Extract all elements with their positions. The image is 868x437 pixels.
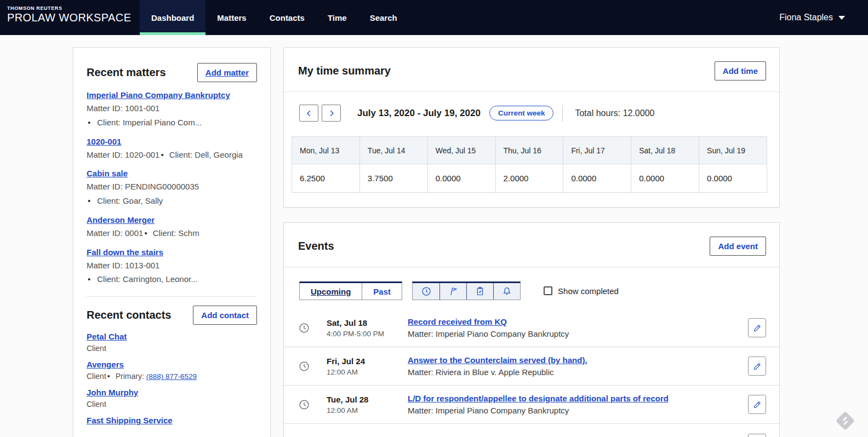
events-tab-group: Upcoming Past <box>299 281 402 300</box>
event-matter: Matter: Imperial Piano Company Bankruptc… <box>408 406 735 415</box>
chevron-left-icon <box>305 110 313 117</box>
event-details: L/D for respondent/appellee to designate… <box>408 394 735 415</box>
nav-tab-contacts[interactable]: Contacts <box>258 0 316 35</box>
show-completed-label: Show completed <box>558 286 619 296</box>
contact-meta: Client <box>87 344 257 353</box>
matter-name-link[interactable]: Imperial Piano Company Bankruptcy <box>87 90 230 100</box>
top-navigation: THOMSON REUTERS PROLAW WORKSPACE Dashboa… <box>0 0 868 35</box>
show-completed-checkbox[interactable] <box>544 286 552 295</box>
tab-upcoming[interactable]: Upcoming <box>300 283 362 300</box>
filter-tasks-button[interactable] <box>466 283 493 300</box>
clock-icon <box>298 360 310 372</box>
event-title-link[interactable]: Answer to the Counterclaim served (by ha… <box>408 355 587 365</box>
recent-matters-title: Recent matters <box>87 66 166 79</box>
total-hours: Total hours: 12.0000 <box>575 108 654 118</box>
time-summary-card: My time summary Add time July 13, 2020 -… <box>283 47 780 208</box>
contact-list-item: John Murphy Client <box>87 388 257 409</box>
events-list: Sat, Jul 18 4:00 PM-5:00 PM Record recei… <box>284 309 779 437</box>
add-event-button[interactable]: Add event <box>710 237 766 256</box>
phone-link[interactable]: (888) 877-6529 <box>146 372 197 381</box>
time-day-hours: 0.0000 <box>427 164 495 193</box>
matter-meta: Matter ID: 1013-001 <box>87 260 257 272</box>
bell-icon <box>501 286 512 297</box>
event-datetime: Fri, Jul 24 12:00 AM <box>327 357 408 376</box>
pencil-icon <box>752 323 762 333</box>
filter-reminders-button[interactable] <box>493 283 520 300</box>
event-title-link[interactable]: Record received from KQ <box>408 317 507 326</box>
contact-list-item: Petal Chat Client <box>87 332 257 353</box>
user-menu[interactable]: Fiona Staples <box>779 0 868 35</box>
filter-appointments-button[interactable] <box>413 283 439 300</box>
event-date: Fri, Jul 24 <box>327 357 408 366</box>
vertical-divider <box>562 105 563 122</box>
clipboard-check-icon <box>475 286 486 297</box>
pencil-icon <box>752 400 762 410</box>
clock-icon <box>298 399 310 411</box>
nav-tab-matters[interactable]: Matters <box>205 0 258 35</box>
time-summary-table: Mon, Jul 13Tue, Jul 14Wed, Jul 15Thu, Ju… <box>292 136 767 193</box>
contact-meta: Client <box>87 400 257 409</box>
time-day-hours: 0.0000 <box>631 164 699 193</box>
filter-flagged-button[interactable] <box>439 283 466 300</box>
next-week-button[interactable] <box>322 105 341 122</box>
matter-name-link[interactable]: Cabin sale <box>87 169 128 178</box>
time-day-header: Mon, Jul 13 <box>292 137 360 164</box>
event-matter: Matter: Riviera in Blue v. Apple Republi… <box>408 367 735 377</box>
contact-name-link[interactable]: Petal Chat <box>87 332 127 341</box>
time-day-hours: 6.2500 <box>292 164 360 193</box>
clock-icon <box>421 286 432 297</box>
event-details: Answer to the Counterclaim served (by ha… <box>408 355 735 377</box>
event-time: 12:00 AM <box>327 368 408 376</box>
tab-past[interactable]: Past <box>362 283 402 300</box>
matter-name-link[interactable]: Fall down the stairs <box>87 248 163 257</box>
brand-prolaw-workspace: PROLAW WORKSPACE <box>7 12 133 24</box>
matter-meta: Matter ID: 1020-001Client: Dell, Georgia <box>87 149 257 161</box>
recent-contacts-list: Petal Chat Client Avengers ClientPrimary… <box>87 332 257 426</box>
contact-name-link[interactable]: John Murphy <box>87 388 138 397</box>
contact-list-item: Fast Shipping Service <box>87 416 257 426</box>
nav-tab-time[interactable]: Time <box>316 0 358 35</box>
matter-name-link[interactable]: 1020-001 <box>87 137 121 146</box>
matter-meta: Matter ID: 1001-001 <box>87 102 257 114</box>
recent-contacts-title: Recent contacts <box>87 309 172 321</box>
time-day-hours: 2.0000 <box>495 164 563 193</box>
nav-tab-dashboard[interactable]: Dashboard <box>140 0 205 35</box>
event-date: Sat, Jul 18 <box>327 318 408 327</box>
sidebar: Recent matters Add matter Imperial Piano… <box>73 47 271 437</box>
matter-list-item: 1020-001 Matter ID: 1020-001Client: Dell… <box>87 137 257 161</box>
event-title-link[interactable]: L/D for respondent/appellee to designate… <box>408 394 669 403</box>
time-day-header: Wed, Jul 15 <box>427 137 495 164</box>
add-contact-button[interactable]: Add contact <box>193 306 257 325</box>
user-name: Fiona Staples <box>779 13 833 22</box>
event-datetime: Tue, Jul 28 12:00 AM <box>327 395 408 415</box>
contact-name-link[interactable]: Avengers <box>87 360 124 369</box>
time-day-header: Fri, Jul 17 <box>563 137 631 164</box>
event-row: Wed, Jul 29 Initial meeting with client <box>284 424 779 437</box>
matter-list-item: Cabin sale Matter ID: PENDING00000035 Cl… <box>87 169 257 207</box>
edit-event-button[interactable] <box>748 395 766 414</box>
event-row: Tue, Jul 28 12:00 AM L/D for respondent/… <box>284 386 779 424</box>
flag-icon <box>448 286 459 297</box>
contact-meta: ClientPrimary: (888) 877-6529 <box>87 372 257 381</box>
nav-tab-search[interactable]: Search <box>358 0 409 35</box>
matter-list-item: Imperial Piano Company Bankruptcy Matter… <box>87 90 257 129</box>
matter-name-link[interactable]: Anderson Merger <box>87 215 155 225</box>
contact-list-item: Avengers ClientPrimary: (888) 877-6529 <box>87 360 257 381</box>
time-summary-title: My time summary <box>298 65 391 77</box>
previous-week-button[interactable] <box>299 105 318 122</box>
event-time: 4:00 PM-5:00 PM <box>327 330 408 338</box>
show-completed-toggle[interactable]: Show completed <box>544 286 619 296</box>
edit-event-button[interactable] <box>748 434 766 437</box>
time-day-header: Sun, Jul 19 <box>699 137 767 164</box>
matter-client: Client: Imperial Piano Com... <box>87 117 257 129</box>
feedback-widget[interactable] <box>836 411 855 430</box>
matter-client: Client: Goar, Sally <box>87 195 257 207</box>
add-time-button[interactable]: Add time <box>715 61 766 81</box>
contact-name-link[interactable]: Fast Shipping Service <box>87 416 173 425</box>
add-matter-button[interactable]: Add matter <box>197 63 257 82</box>
edit-event-button[interactable] <box>748 357 766 376</box>
time-day-hours: 3.7500 <box>359 164 427 193</box>
chevron-right-icon <box>328 110 335 117</box>
matter-list-item: Anderson Merger Matter ID: 0001Client: S… <box>87 215 257 239</box>
edit-event-button[interactable] <box>748 318 766 337</box>
